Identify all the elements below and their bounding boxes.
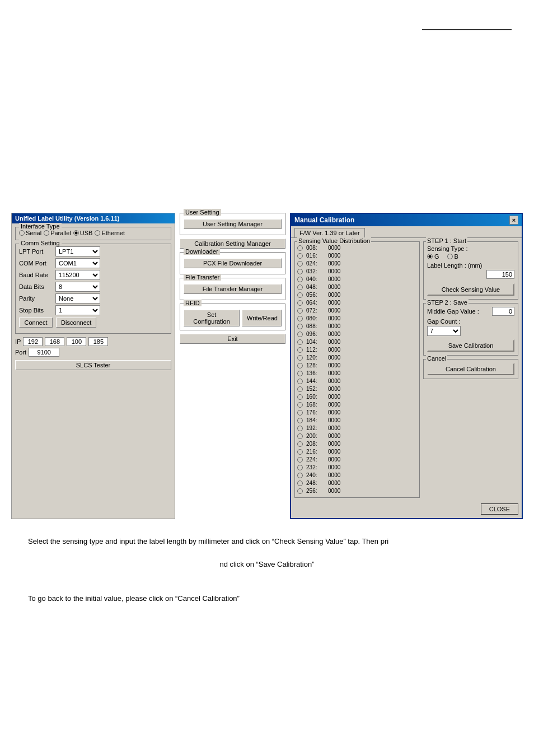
cancel-calibration-button[interactable]: Cancel Calibration: [427, 363, 514, 375]
sensing-row-radio-18[interactable]: [297, 386, 303, 392]
gap-count-select[interactable]: 7: [427, 326, 461, 336]
sensing-row-radio-7[interactable]: [297, 300, 303, 306]
sensing-row-radio-10[interactable]: [297, 324, 303, 329]
instruction-text-2-content: nd click on “Save Calibration”: [219, 560, 314, 568]
sensing-row-radio-1[interactable]: [297, 253, 303, 259]
left-dialog-content: Interface Type Serial Parallel USB: [12, 223, 175, 376]
sensing-row-radio-8[interactable]: [297, 308, 303, 314]
connect-disconnect-row: Connect Disconnect: [19, 318, 167, 328]
sensing-val-31: 0000: [328, 487, 340, 495]
sensing-row-radio-4[interactable]: [297, 277, 303, 282]
sensing-val-8: 0000: [328, 307, 340, 315]
sensing-row-radio-2[interactable]: [297, 261, 303, 267]
sensing-row-radio-28[interactable]: [297, 465, 303, 470]
data-bits-row: Data Bits 8: [19, 282, 167, 292]
sensing-row-radio-21[interactable]: [297, 410, 303, 416]
sensing-row-radio-13[interactable]: [297, 347, 303, 353]
sensing-addr-1: 016:: [306, 252, 326, 260]
port-field[interactable]: [29, 348, 59, 357]
sensing-val-13: 0000: [328, 346, 340, 354]
slcs-tester-button[interactable]: SLCS Tester: [15, 360, 171, 370]
sensing-row-radio-14[interactable]: [297, 355, 303, 361]
interface-type-options: Serial Parallel USB Ethernet: [19, 230, 167, 236]
ip-field-3[interactable]: [67, 337, 86, 346]
sensing-row-radio-6[interactable]: [297, 292, 303, 298]
sensing-row-21: 176: 0000: [297, 409, 417, 417]
file-transfer-manager-button[interactable]: File Transfer Manager: [184, 284, 282, 294]
sensing-val-28: 0000: [328, 464, 340, 472]
ip-field-1[interactable]: [23, 337, 43, 346]
com-port-select[interactable]: COM1: [55, 258, 100, 268]
sensing-val-18: 0000: [328, 385, 340, 393]
sensing-row-18: 152: 0000: [297, 385, 417, 393]
middle-gap-label: Middle Gap Value :: [427, 308, 479, 315]
step2-label: STEP 2 : Save: [426, 299, 469, 306]
sensing-row-radio-23[interactable]: [297, 426, 303, 431]
usb-radio-icon: [73, 230, 79, 236]
sensing-row-radio-20[interactable]: [297, 402, 303, 408]
sensing-row-radio-0[interactable]: [297, 245, 303, 251]
usb-label: USB: [80, 230, 93, 236]
sensing-row-14: 120: 0000: [297, 354, 417, 362]
sensing-row-30: 248: 0000: [297, 479, 417, 487]
sensing-row-radio-27[interactable]: [297, 457, 303, 463]
sensing-row-radio-11[interactable]: [297, 332, 303, 337]
parity-select[interactable]: None: [55, 293, 100, 304]
parallel-radio[interactable]: Parallel: [44, 230, 71, 236]
sensing-row-radio-3[interactable]: [297, 269, 303, 274]
sensing-row-radio-25[interactable]: [297, 441, 303, 447]
sensing-val-15: 0000: [328, 362, 340, 370]
center-panel: User Setting User Setting Manager Calibr…: [180, 213, 285, 519]
sensing-row-radio-15[interactable]: [297, 363, 303, 368]
disconnect-button[interactable]: Disconnect: [56, 318, 96, 328]
instruction-text-1-content: Select the sensing type and input the la…: [28, 537, 388, 545]
serial-radio[interactable]: Serial: [19, 230, 41, 236]
sensing-row-radio-16[interactable]: [297, 371, 303, 376]
com-port-row: COM Port COM1: [19, 258, 167, 268]
user-setting-manager-button[interactable]: User Setting Manager: [184, 219, 282, 229]
sensing-row-radio-12[interactable]: [297, 339, 303, 345]
sensing-addr-7: 064:: [306, 299, 326, 307]
sensing-row-radio-26[interactable]: [297, 449, 303, 455]
ip-field-4[interactable]: [88, 337, 108, 346]
sensing-type-b-radio[interactable]: B: [447, 253, 458, 260]
sensing-type-g-radio[interactable]: G: [427, 253, 439, 260]
write-read-button[interactable]: Write/Read: [242, 310, 282, 326]
set-configuration-button[interactable]: Set Configuration: [184, 310, 240, 326]
dialog-close-x-button[interactable]: ×: [509, 216, 518, 225]
pcx-downloader-button[interactable]: PCX File Downloader: [184, 258, 282, 268]
save-calibration-button[interactable]: Save Calibration: [427, 339, 514, 352]
sensing-distribution-group: Sensing Value Distribution 008: 0000 016…: [294, 241, 420, 498]
sensing-distribution-col: Sensing Value Distribution 008: 0000 016…: [294, 241, 420, 498]
sensing-row-radio-24[interactable]: [297, 433, 303, 439]
sensing-row-radio-17[interactable]: [297, 379, 303, 384]
sensing-row-radio-22[interactable]: [297, 418, 303, 423]
middle-gap-input[interactable]: [492, 307, 514, 316]
stop-bits-select[interactable]: 1: [55, 305, 100, 315]
step2-group: STEP 2 : Save Middle Gap Value : Gap Cou…: [423, 303, 518, 356]
sensing-row-radio-19[interactable]: [297, 394, 303, 400]
label-length-input[interactable]: [486, 270, 514, 279]
sensing-b-label: B: [455, 253, 458, 260]
calibration-setting-manager-button[interactable]: Calibration Setting Manager: [180, 239, 285, 249]
ip-field-2[interactable]: [45, 337, 64, 346]
check-sensing-value-button[interactable]: Check Sensing Value: [427, 283, 514, 296]
sensing-addr-13: 112:: [306, 346, 326, 354]
exit-button[interactable]: Exit: [180, 334, 285, 344]
connect-button[interactable]: Connect: [19, 318, 53, 328]
sensing-row-radio-9[interactable]: [297, 316, 303, 321]
ethernet-radio[interactable]: Ethernet: [95, 230, 125, 236]
sensing-row-radio-31[interactable]: [297, 488, 303, 494]
close-button[interactable]: CLOSE: [481, 503, 518, 515]
screenshot-area: Unified Label Utility (Version 1.6.11) I…: [11, 213, 523, 519]
sensing-row-radio-5[interactable]: [297, 284, 303, 290]
lpt-port-select[interactable]: LPT1: [55, 246, 100, 256]
fw-ver-tab[interactable]: F/W Ver. 1.39 or Later: [294, 228, 365, 237]
data-bits-select[interactable]: 8: [55, 282, 100, 292]
sensing-row-radio-30[interactable]: [297, 480, 303, 486]
usb-radio[interactable]: USB: [73, 230, 93, 236]
sensing-row-28: 232: 0000: [297, 464, 417, 472]
baud-rate-select[interactable]: 115200: [55, 270, 100, 280]
sensing-row-radio-29[interactable]: [297, 473, 303, 478]
sensing-val-23: 0000: [328, 424, 340, 432]
